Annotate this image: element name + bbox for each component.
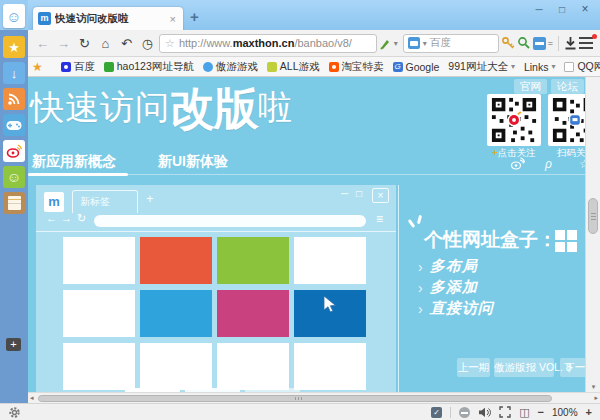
bookmark-folder[interactable]: Links▾ [524,61,556,73]
forum-link[interactable]: 论坛 [551,79,584,94]
tab-close-icon[interactable]: × [168,13,178,25]
chevron-down-icon: ▾ [551,62,555,71]
resource-sniffer-icon[interactable] [517,36,531,50]
google-favicon: G [393,62,403,72]
favorite-star-icon[interactable]: ☆ [165,37,175,50]
search-engine-icon[interactable] [408,37,420,49]
sidebar-notes-icon[interactable] [3,192,25,214]
scroll-right-arrow-icon[interactable]: ▸ [594,394,598,402]
sidebar-add-button[interactable]: + [6,338,21,351]
mockup-divider [36,231,396,232]
quick-access-tile[interactable] [63,237,135,284]
sidebar-download-icon[interactable]: ↓ [3,62,25,84]
history-icon[interactable]: ◷ [138,36,157,51]
chevron-down-icon: ▾ [511,62,515,71]
sidebar-games-icon[interactable] [3,114,25,136]
quick-access-tile[interactable] [63,290,135,337]
pen-dropdown-icon[interactable]: ▾ [394,39,398,48]
quick-access-tile[interactable] [294,237,366,284]
quick-access-tile[interactable] [217,343,289,390]
main-menu-icon[interactable] [579,37,595,49]
browser-tab[interactable]: m 快速访问改版啦 × [33,7,183,30]
grid-layout-icon [555,230,577,252]
feature-title: 个性网址盒子： [424,227,557,253]
back-icon[interactable]: ← [33,36,52,51]
refresh-icon[interactable]: ↻ [75,36,94,51]
quick-access-tile[interactable] [63,343,135,390]
mockup-maxthon-logo-icon: m [44,192,64,212]
snapshot-icon[interactable] [533,37,546,50]
bookmark-item[interactable]: 百度 [61,60,95,74]
forward-icon[interactable]: → [54,36,73,51]
previous-issue-button[interactable]: 上一期 [457,358,490,377]
chevron-right-icon: › [418,280,423,296]
zoom-out-button[interactable]: − [538,406,544,418]
settings-gear-icon[interactable] [8,406,21,419]
heading-part2: 改版 [170,88,258,131]
search-placeholder[interactable]: 百度 [430,36,451,50]
bookmark-label: hao123网址导航 [117,60,194,74]
sidebar-emoji-icon[interactable]: ☺ [3,166,25,188]
quick-access-tile[interactable] [140,290,212,337]
sidebar-favorites-icon[interactable]: ★ [3,36,25,58]
quick-access-tile[interactable] [294,343,366,390]
bookmark-folder[interactable]: 991网址大全▾ [448,60,515,74]
bookmark-item[interactable]: 淘宝特卖 [329,60,384,74]
official-site-link[interactable]: 官网 [514,79,547,94]
download-icon[interactable] [564,36,577,50]
scroll-down-arrow-icon[interactable]: ▾ [586,383,600,391]
split-view-icon[interactable]: ◫ [519,407,529,418]
maximize-button[interactable]: □ [555,3,569,16]
horizontal-scrollbar[interactable]: ◂ ▸ [28,392,600,403]
speaker-icon[interactable] [478,407,491,418]
magic-fill-key-icon[interactable] [501,36,515,50]
adblock-icon[interactable] [459,407,470,418]
quick-access-tile[interactable] [217,290,289,337]
sidebar-weibo-icon[interactable] [3,140,25,162]
titlebar: m 快速访问改版啦 × + ─ □ × [0,0,600,30]
weibo-share-icon[interactable] [510,157,525,171]
quick-access-tile[interactable] [140,237,212,284]
close-button[interactable]: × [578,3,592,16]
url-domain: maxthon.cn [233,37,295,49]
bookmark-item[interactable]: hao123网址导航 [104,60,194,74]
bookmark-item[interactable]: ALL游戏 [267,60,320,74]
url-text[interactable]: http://www.maxthon.cn/banbao/v8/ [179,37,352,49]
bookmark-label: 淘宝特卖 [342,60,384,74]
vertical-scroll-thumb[interactable] [588,198,598,234]
bookmarks-star-icon[interactable]: ★ [32,60,43,74]
security-icon[interactable]: ✓ [431,407,442,418]
toolbar-separator [558,36,559,51]
mockup-new-tab-icon: + [146,191,154,206]
fullscreen-icon[interactable] [499,406,511,418]
qzone-share-icon[interactable]: ρ [545,157,552,171]
chevron-right-icon: › [418,259,423,275]
home-icon[interactable]: ⌂ [96,36,115,51]
address-bar[interactable]: ☆ http://www.maxthon.cn/banbao/v8/ [159,34,377,53]
undo-icon[interactable]: ↶ [117,36,136,51]
new-tab-button[interactable]: + [190,8,199,25]
horizontal-scroll-thumb[interactable] [38,395,552,402]
taobao-favicon [329,62,339,72]
bookmark-item[interactable]: 傲游游戏 [203,60,258,74]
tab-new-app-concept[interactable]: 新应用新概念 [32,153,116,171]
toolbar-more-icon[interactable]: = [548,38,553,48]
search-engine-dropdown-icon[interactable]: ▾ [423,39,427,48]
sidebar-rss-icon[interactable] [3,88,25,110]
minimize-button[interactable]: ─ [532,3,546,16]
bookmark-item[interactable]: QQ网址大全 [564,60,600,74]
tab-new-ui-experience[interactable]: 新UI新体验 [158,153,228,171]
user-avatar[interactable]: ☺ [3,4,25,28]
feature-item-label: 直接访问 [430,299,494,318]
search-box[interactable]: ▾ 百度 [403,34,499,53]
quick-access-tile[interactable] [217,237,289,284]
quick-access-tile[interactable] [140,343,212,390]
vertical-scrollbar[interactable]: ▾ [585,77,600,392]
bookmark-item[interactable]: GGoogle [393,61,440,73]
bookmark-label: ALL游戏 [280,60,320,74]
pen-feather-icon[interactable] [379,37,392,50]
zoom-level[interactable]: 100% [552,407,578,418]
scroll-left-arrow-icon[interactable]: ◂ [30,394,34,402]
status-bar: ✓ ◫ − 100% + [0,403,600,420]
zoom-in-button[interactable]: + [586,406,592,418]
